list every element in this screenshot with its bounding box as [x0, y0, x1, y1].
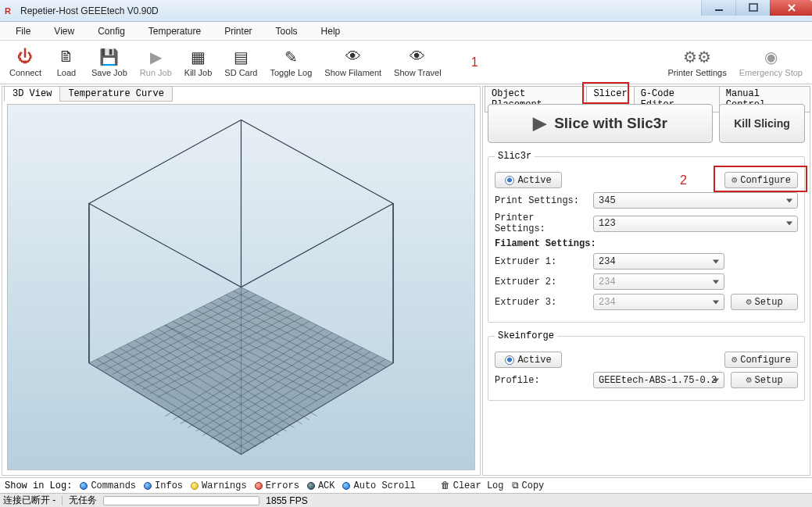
pencil-icon: ✎: [284, 48, 298, 66]
slic3r-configure-label: Configure: [740, 175, 791, 186]
annotation-number-2: 2: [680, 173, 687, 187]
slic3r-group: Slic3r Active 2 ⚙ Configure: [488, 151, 805, 323]
kill-job-button[interactable]: ▦ Kill Job: [178, 46, 218, 79]
slic3r-active-button[interactable]: Active: [495, 172, 562, 188]
log-filter-bar: Show in Log: Commands Infos Warnings Err…: [0, 477, 812, 493]
fps-readout: 1855 FPS: [266, 495, 307, 506]
window-close-button[interactable]: [770, 0, 812, 16]
load-button[interactable]: 🗎 Load: [48, 46, 85, 79]
status-bar: 连接已断开 - 无任务 1855 FPS: [0, 493, 812, 507]
play-icon: ▶: [150, 48, 162, 66]
3d-viewport[interactable]: [7, 104, 475, 470]
sdcard-icon: ▤: [234, 48, 249, 66]
slic3r-configure-button[interactable]: ⚙ Configure: [724, 172, 798, 188]
connect-button[interactable]: ⏻ Connect: [3, 46, 48, 79]
slice-button[interactable]: ▶ Slice with Slic3r: [488, 104, 713, 143]
kill-slicing-button[interactable]: Kill Slicing: [719, 104, 805, 143]
dot-icon: [191, 482, 199, 490]
skeinforge-active-label: Active: [517, 355, 551, 366]
eye-icon: 👁: [345, 48, 361, 66]
dot-icon: [307, 482, 315, 490]
menu-temperature[interactable]: Temperature: [141, 24, 209, 38]
toggle-log-button[interactable]: ✎ Toggle Log: [264, 46, 319, 79]
run-job-button[interactable]: ▶ Run Job: [134, 46, 178, 79]
menu-tools[interactable]: Tools: [268, 24, 306, 38]
log-ack-toggle[interactable]: ACK: [307, 480, 335, 491]
connect-label: Connect: [9, 68, 41, 77]
copy-log-button[interactable]: ⧉Copy: [512, 480, 545, 491]
eye-icon: 👁: [410, 48, 425, 66]
clear-log-button[interactable]: 🗑Clear Log: [441, 480, 504, 491]
show-filament-label: Show Filament: [324, 68, 381, 77]
skeinforge-group: Skeinforge Active ⚙ Configure Profile: G…: [488, 330, 805, 401]
skeinforge-configure-label: Configure: [740, 355, 791, 366]
printer-settings-dropdown[interactable]: 123: [593, 216, 798, 232]
log-autoscroll-toggle[interactable]: Auto Scroll: [342, 480, 415, 491]
show-travel-label: Show Travel: [394, 68, 442, 77]
sd-card-button[interactable]: ▤ SD Card: [218, 46, 263, 79]
show-in-log-label: Show in Log:: [5, 480, 72, 491]
profile-dropdown[interactable]: GEEEtech-ABS-1.75-0.2: [593, 372, 724, 388]
annotation-number-1: 1: [471, 55, 478, 70]
tab-temp-curve[interactable]: Temperature Curve: [59, 86, 172, 102]
dot-icon: [342, 482, 350, 490]
save-icon: 💾: [99, 48, 119, 66]
gear-icon: ⚙: [746, 296, 751, 308]
slic3r-setup-button[interactable]: ⚙ Setup: [731, 294, 798, 310]
log-commands-toggle[interactable]: Commands: [80, 480, 136, 491]
sd-card-label: SD Card: [224, 68, 257, 77]
menu-view[interactable]: View: [46, 24, 82, 38]
log-infos-toggle[interactable]: Infos: [144, 480, 183, 491]
window-minimize-button[interactable]: [701, 0, 735, 16]
gear-icon: ⚙: [732, 354, 737, 366]
gears-icon: ⚙⚙: [683, 48, 711, 66]
kill-slicing-label: Kill Slicing: [734, 117, 790, 130]
document-icon: 🗎: [59, 48, 74, 66]
gear-icon: ⚙: [732, 174, 737, 186]
show-travel-button[interactable]: 👁 Show Travel: [388, 46, 448, 79]
skeinforge-configure-button[interactable]: ⚙ Configure: [724, 352, 798, 368]
run-job-label: Run Job: [140, 68, 172, 77]
profile-label: Profile:: [495, 375, 587, 386]
save-job-label: Save Job: [91, 68, 127, 77]
skeinforge-active-button[interactable]: Active: [495, 352, 562, 368]
show-filament-button[interactable]: 👁 Show Filament: [318, 46, 388, 79]
printer-settings-button[interactable]: ⚙⚙ Printer Settings: [661, 46, 732, 79]
tab-3d-view[interactable]: 3D View: [4, 86, 60, 102]
extruder2-dropdown[interactable]: 234: [593, 273, 724, 290]
dot-icon: [80, 482, 88, 490]
toggle-log-label: Toggle Log: [270, 68, 313, 77]
power-icon: ⏻: [17, 48, 33, 66]
connection-status: 连接已断开 -: [3, 494, 55, 507]
radio-on-icon: [505, 176, 514, 185]
save-job-button[interactable]: 💾 Save Job: [85, 46, 134, 79]
menu-help[interactable]: Help: [313, 24, 349, 38]
window-maximize-button[interactable]: [735, 0, 770, 16]
print-settings-label: Print Settings:: [495, 195, 587, 206]
extruder3-label: Extruder 3:: [495, 297, 587, 308]
tab-slicer-label: Slicer: [593, 88, 627, 99]
log-warnings-toggle[interactable]: Warnings: [191, 480, 247, 491]
skeinforge-setup-label: Setup: [755, 375, 783, 386]
right-panel: Object Placement Slicer G-Code Editor Ma…: [482, 86, 810, 476]
extruder1-label: Extruder 1:: [495, 256, 587, 267]
emergency-stop-label: Emergency Stop: [739, 68, 803, 77]
emergency-stop-button[interactable]: ◉ Emergency Stop: [733, 46, 809, 79]
extruder3-dropdown[interactable]: 234: [593, 294, 724, 310]
load-label: Load: [57, 68, 76, 77]
task-status: 无任务: [69, 494, 97, 507]
menu-bar: File View Config Temperature Printer Too…: [0, 22, 812, 41]
menu-file[interactable]: File: [8, 24, 38, 38]
kill-job-label: Kill Job: [184, 68, 212, 77]
printer-settings-label: Printer Settings: [667, 68, 726, 77]
skeinforge-setup-button[interactable]: ⚙ Setup: [731, 372, 798, 388]
menu-config[interactable]: Config: [90, 24, 133, 38]
printer-settings-label: Printer Settings:: [495, 212, 587, 234]
print-settings-dropdown[interactable]: 345: [593, 192, 798, 209]
menu-printer[interactable]: Printer: [216, 24, 259, 38]
extruder1-dropdown[interactable]: 234: [593, 253, 724, 270]
svg-rect-1: [749, 4, 757, 11]
log-errors-toggle[interactable]: Errors: [255, 480, 299, 491]
progress-bar: [103, 496, 259, 505]
filament-settings-heading: Filament Settings:: [495, 238, 596, 249]
